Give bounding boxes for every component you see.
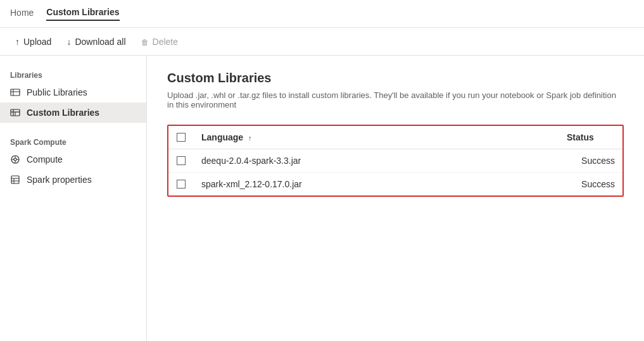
toolbar: Upload Download all Delete: [0, 28, 644, 56]
table-row: spark-xml_2.12-0.17.0.jar Success: [168, 173, 622, 196]
header-language[interactable]: Language ↑: [194, 126, 559, 149]
top-nav: Home Custom Libraries: [0, 0, 644, 28]
row-filename: deequ-2.0.4-spark-3.3.jar: [194, 149, 559, 173]
select-all-checkbox[interactable]: [177, 133, 186, 142]
nav-custom-libraries[interactable]: Custom Libraries: [46, 7, 119, 21]
table-row: deequ-2.0.4-spark-3.3.jar Success: [168, 149, 622, 173]
download-all-button[interactable]: Download all: [61, 34, 130, 49]
libraries-table: Language ↑ Status deequ-2.0.4-spark-3.3.…: [168, 126, 622, 195]
main-content: Custom Libraries Upload .jar, .whl or .t…: [147, 56, 644, 341]
delete-button[interactable]: Delete: [136, 34, 183, 49]
page-title: Custom Libraries: [167, 71, 624, 85]
delete-label: Delete: [153, 37, 178, 47]
row-checkbox-0[interactable]: [177, 156, 186, 165]
delete-icon: [141, 37, 149, 47]
row-filename: spark-xml_2.12-0.17.0.jar: [194, 173, 559, 196]
custom-libraries-icon: [10, 108, 20, 118]
compute-icon: [10, 154, 20, 164]
row-checkbox-1[interactable]: [177, 180, 186, 189]
download-icon: [66, 37, 71, 47]
svg-rect-0: [11, 89, 20, 96]
public-libraries-icon: [10, 87, 20, 97]
libraries-table-container: Language ↑ Status deequ-2.0.4-spark-3.3.…: [167, 125, 624, 197]
header-checkbox-cell: [168, 126, 194, 149]
sort-arrow: ↑: [248, 134, 252, 142]
nav-home[interactable]: Home: [10, 8, 34, 20]
upload-button[interactable]: Upload: [10, 34, 56, 49]
sidebar: Libraries Public Libraries Cus: [0, 56, 147, 341]
row-status: Success: [559, 173, 622, 196]
spark-properties-icon: [10, 175, 20, 185]
row-checkbox-cell: [168, 173, 194, 196]
sidebar-item-public-libraries[interactable]: Public Libraries: [0, 82, 146, 102]
language-header-label: Language: [201, 132, 243, 142]
svg-rect-13: [11, 176, 19, 183]
upload-label: Upload: [23, 37, 51, 47]
compute-label: Compute: [27, 154, 63, 164]
upload-icon: [15, 37, 20, 47]
spark-properties-label: Spark properties: [27, 175, 92, 185]
table-body: deequ-2.0.4-spark-3.3.jar Success spark-…: [168, 149, 622, 196]
public-libraries-label: Public Libraries: [27, 87, 87, 97]
header-status: Status: [559, 126, 622, 149]
sidebar-item-compute[interactable]: Compute: [0, 149, 146, 170]
layout: Libraries Public Libraries Cus: [0, 56, 644, 341]
sidebar-item-spark-properties[interactable]: Spark properties: [0, 170, 146, 190]
sidebar-section-libraries: Libraries: [0, 66, 146, 82]
sidebar-section-spark-compute: Spark Compute: [0, 133, 146, 149]
page-subtitle: Upload .jar, .whl or .tar.gz files to in…: [167, 90, 624, 109]
download-all-label: Download all: [75, 37, 125, 47]
row-status: Success: [559, 149, 622, 173]
table-header-row: Language ↑ Status: [168, 126, 622, 149]
sidebar-item-custom-libraries[interactable]: Custom Libraries: [0, 102, 146, 123]
svg-point-8: [14, 158, 16, 161]
custom-libraries-label: Custom Libraries: [27, 108, 99, 118]
row-checkbox-cell: [168, 149, 194, 173]
